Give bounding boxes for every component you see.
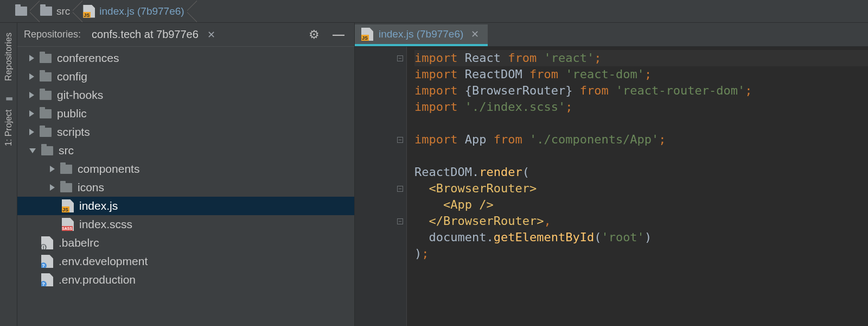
close-icon[interactable]: ✕ — [469, 28, 481, 40]
tree-row-label: .babelrc — [59, 236, 99, 249]
editor-gutter[interactable] — [355, 47, 407, 326]
jsfile-icon — [83, 5, 95, 18]
chevron-down-icon[interactable] — [29, 148, 36, 153]
minimize-icon[interactable]: — — [329, 28, 348, 42]
breadcrumb-folder[interactable]: src — [35, 0, 78, 22]
tree-row[interactable]: ?.env.development — [17, 252, 354, 271]
folder-icon — [60, 183, 72, 192]
unknown-file-icon: ? — [41, 273, 53, 286]
gutter-row — [355, 229, 406, 246]
folder-icon — [40, 7, 52, 16]
close-icon[interactable]: ✕ — [205, 29, 218, 41]
spacer — [50, 221, 56, 228]
gutter-row — [355, 164, 406, 180]
chevron-right-icon[interactable] — [29, 92, 34, 98]
fold-icon[interactable] — [397, 137, 403, 143]
code-line[interactable]: import './index.scss'; — [414, 99, 868, 115]
folder-icon — [60, 165, 72, 174]
tree-row[interactable]: conferences — [17, 49, 354, 67]
tree-row-label: git-hooks — [57, 89, 103, 102]
folder-icon: ▮ — [4, 97, 14, 101]
folder-icon — [40, 72, 52, 82]
tree-row[interactable]: index.js — [17, 197, 354, 215]
gutter-row — [355, 246, 406, 262]
chevron-right-icon[interactable] — [29, 129, 34, 135]
chevron-right-icon[interactable] — [29, 110, 34, 117]
tree-row[interactable]: scripts — [17, 123, 354, 141]
fold-icon[interactable] — [397, 186, 403, 192]
tree-row-label: .env.development — [59, 255, 148, 268]
tree-row[interactable]: config — [17, 67, 354, 86]
chevron-right-icon[interactable] — [50, 184, 55, 191]
toolwindow-tab-project[interactable]: 1: Project ▮ — [3, 89, 15, 152]
tree-row[interactable]: src — [17, 141, 354, 160]
tree-row-label: conferences — [57, 52, 119, 65]
tree-row-label: .env.production — [59, 273, 136, 286]
code-line[interactable]: import ReactDOM from 'react-dom'; — [414, 66, 868, 83]
gutter-row — [355, 148, 406, 164]
folder-icon — [40, 54, 52, 63]
config-file-icon: {} — [41, 236, 53, 249]
breadcrumb-root[interactable] — [10, 0, 35, 22]
code-line[interactable]: <App /> — [414, 197, 868, 213]
folder-icon — [41, 146, 53, 155]
fold-icon[interactable] — [397, 218, 403, 224]
tree-row-label: config — [57, 70, 87, 83]
tree-row[interactable]: public — [17, 104, 354, 123]
editor-code[interactable]: import React from 'react';import ReactDO… — [407, 47, 868, 326]
tree-row[interactable]: icons — [17, 178, 354, 197]
file-tree[interactable]: conferencesconfiggit-hookspublicscriptss… — [17, 47, 354, 326]
chevron-right-icon[interactable] — [29, 73, 34, 80]
code-line[interactable]: ReactDOM.render( — [414, 164, 868, 180]
folder-icon — [40, 128, 52, 137]
gutter-row — [355, 50, 406, 66]
breadcrumb-bar: src index.js (7b977e6) — [0, 0, 868, 23]
toolwindow-stripe: Repositories 1: Project ▮ — [0, 23, 17, 326]
panel-label: Repositories: — [24, 29, 81, 40]
repo-chip[interactable]: confs.tech at 7b977e6 ✕ — [87, 26, 222, 43]
chevron-right-icon[interactable] — [29, 55, 34, 61]
tree-row[interactable]: git-hooks — [17, 86, 354, 104]
breadcrumb-folder-label: src — [56, 5, 70, 17]
tree-row-label: index.scss — [79, 218, 132, 231]
spacer — [50, 203, 56, 209]
folder-icon — [15, 7, 27, 16]
editor-tab[interactable]: index.js (7b977e6) ✕ — [355, 24, 488, 46]
gear-icon[interactable]: ⚙ — [305, 28, 323, 42]
editor-body: import React from 'react';import ReactDO… — [355, 47, 868, 326]
panel-header: Repositories: confs.tech at 7b977e6 ✕ ⚙ … — [17, 23, 354, 47]
spacer — [29, 258, 36, 265]
gutter-row — [355, 115, 406, 131]
code-line[interactable]: document.getElementById('root') — [414, 229, 868, 246]
editor-tab-bar: index.js (7b977e6) ✕ — [355, 23, 868, 47]
tree-row-label: src — [59, 144, 74, 157]
code-line[interactable] — [414, 148, 868, 164]
code-line[interactable]: import {BrowserRouter} from 'react-route… — [414, 83, 868, 99]
chevron-right-icon[interactable] — [50, 166, 55, 172]
folder-icon — [40, 109, 52, 118]
code-line[interactable]: ); — [414, 246, 868, 262]
repo-chip-label: confs.tech at 7b977e6 — [92, 28, 199, 41]
tree-row[interactable]: ?.env.production — [17, 271, 354, 289]
toolwindow-tab-repositories[interactable]: Repositories — [3, 27, 15, 86]
gutter-row — [355, 99, 406, 115]
tree-row[interactable]: components — [17, 160, 354, 178]
code-line[interactable]: </BrowserRouter>, — [414, 213, 868, 229]
folder-icon — [40, 91, 52, 100]
tree-row[interactable]: index.scss — [17, 215, 354, 234]
breadcrumb-file-label: index.js (7b977e6) — [99, 5, 184, 17]
spacer — [29, 240, 36, 246]
code-line[interactable] — [414, 115, 868, 131]
tree-row-label: scripts — [57, 126, 90, 139]
toolwindow-tab-label: Repositories — [4, 33, 13, 81]
spacer — [29, 277, 36, 283]
breadcrumb-file[interactable]: index.js (7b977e6) — [78, 0, 192, 22]
code-line[interactable]: import App from './components/App'; — [414, 131, 868, 148]
fold-icon[interactable] — [397, 55, 403, 61]
main-split: Repositories 1: Project ▮ Repositories: … — [0, 23, 868, 326]
gutter-row — [355, 83, 406, 99]
tree-row[interactable]: {}.babelrc — [17, 234, 354, 252]
code-line[interactable]: <BrowserRouter> — [414, 180, 868, 197]
jsfile-icon — [361, 28, 373, 41]
code-line[interactable]: import React from 'react'; — [414, 50, 868, 66]
